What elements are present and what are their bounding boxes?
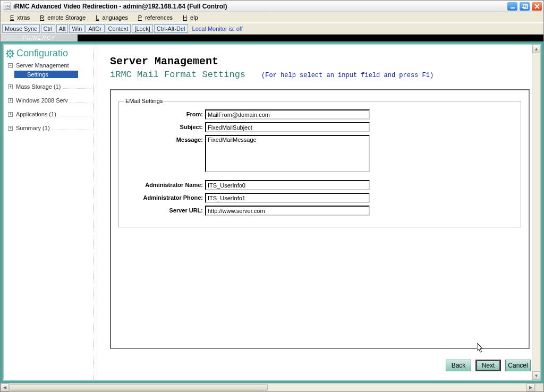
svg-point-6 [9,53,11,55]
row-message: Message: FixedMailMessage [124,135,510,172]
row-from: From: [124,109,510,120]
tree-label: Applications (1) [16,111,56,117]
svg-rect-2 [523,5,528,8]
svg-line-13 [12,50,13,52]
page-subheading: iRMC Mail Format Settings (For help sele… [110,70,530,80]
scroll-corner [535,384,543,391]
maximize-button[interactable] [519,2,530,11]
wizard-buttons: Back Next Cancel [446,360,531,371]
svg-line-14 [7,55,8,56]
next-button[interactable]: Next [475,360,501,371]
subject-input[interactable] [205,122,370,132]
tree-mass-storage[interactable]: + Mass Storage (1) [6,82,91,91]
tree-server-management[interactable]: − Server Management [6,61,91,70]
tool-ctrl-alt-del[interactable]: Ctrl-Alt-Del [154,24,188,33]
expand-icon[interactable]: + [8,84,13,89]
message-input[interactable]: FixedMailMessage [205,135,370,172]
tree-dots [70,99,91,103]
tool-context[interactable]: Context [106,24,131,33]
message-label: Message: [124,135,205,143]
tree-label: Summary (1) [16,125,50,131]
tool-win[interactable]: Win [69,24,84,33]
minimize-button[interactable] [507,2,518,11]
expand-icon[interactable]: + [8,126,13,131]
svg-line-12 [12,55,13,56]
menu-remote-storage[interactable]: Remote Storage [33,13,89,22]
close-button[interactable] [531,2,542,11]
tree-settings-selected[interactable]: Settings [14,71,78,78]
admin-name-label: Administrator Name: [124,180,205,188]
from-input[interactable] [205,109,370,120]
tree-summary[interactable]: + Summary (1) [6,124,91,132]
h-scroll-thumb[interactable] [9,384,268,391]
sidebar-title: Configuratio [6,48,91,59]
tree-windows-2008[interactable]: + Windows 2008 Serv [6,96,91,105]
back-button[interactable]: Back [446,360,471,371]
tree-dots [52,126,91,130]
expand-icon[interactable]: + [8,112,13,117]
scroll-up-icon[interactable]: ▲ [532,45,540,53]
from-label: From: [124,109,205,117]
email-settings-fieldset: EMail Settings From: Subject: Message: F… [118,98,521,227]
menubar: Extras Remote Storage Languages Preferen… [1,12,543,23]
tool-mouse-sync[interactable]: Mouse Sync [2,24,40,33]
menu-help[interactable]: Help [176,13,201,22]
h-scroll-track[interactable] [9,384,526,391]
tool-alt[interactable]: Alt [56,24,69,33]
server-url-input[interactable] [205,206,370,216]
cancel-button[interactable]: Cancel [505,360,531,371]
server-url-label: Server URL: [124,206,205,214]
row-subject: Subject: [124,122,510,132]
inner-vertical-scrollbar[interactable]: ▲ ▼ [532,45,540,380]
admin-phone-input[interactable] [205,193,370,203]
expand-icon[interactable]: + [8,98,13,103]
scroll-left-icon[interactable]: ◀ [1,384,9,391]
app-icon: ◳ [4,3,11,10]
form-box: EMail Settings From: Subject: Message: F… [110,89,530,349]
window-buttons [507,2,542,11]
content-inner: Configuratio − Server Management Setting… [3,44,541,381]
tree-dots [58,113,91,116]
tree-dots [63,85,91,89]
row-admin-phone: Administrator Phone: [124,193,510,203]
gear-icon [6,49,14,58]
scroll-right-icon[interactable]: ▶ [526,384,535,391]
menu-preferences[interactable]: Preferences [132,13,176,22]
svg-rect-1 [522,4,526,7]
menu-extras[interactable]: Extras [4,13,33,22]
svg-line-11 [7,50,8,52]
tool-altgr[interactable]: AltGr [86,24,104,33]
page-heading: Server Management [110,55,530,67]
scroll-down-icon[interactable]: ▼ [532,371,540,380]
tree-label: Server Management [16,62,69,69]
tree-label: Windows 2008 Serv [16,97,68,104]
tree-applications[interactable]: + Applications (1) [6,110,91,118]
fieldset-legend: EMail Settings [124,98,164,104]
subheading-text: iRMC Mail Format Settings [110,70,245,80]
subject-label: Subject: [124,122,205,130]
admin-phone-label: Administrator Phone: [124,193,205,201]
sidebar-title-text: Configuratio [16,48,68,59]
tool-ctrl[interactable]: Ctrl [41,24,55,33]
main-panel: Server Management iRMC Mail Format Setti… [94,45,540,380]
row-server-url: Server URL: [124,206,510,216]
local-monitor-status: Local Monitor is: off [192,25,243,32]
primergy-logo: PRIMERGY [1,35,78,41]
toolbar: Mouse Sync Ctrl Alt Win AltGr Context [L… [1,23,543,35]
outer-horizontal-scrollbar[interactable]: ◀ ▶ [1,383,543,391]
admin-name-input[interactable] [205,180,370,190]
app-window: ◳ iRMC Advanced Video Redirection - admi… [0,0,544,392]
collapse-icon[interactable]: − [8,63,13,68]
window-title: iRMC Advanced Video Redirection - admin@… [13,3,507,10]
tool-lock[interactable]: [Lock] [132,24,152,33]
svg-rect-0 [511,7,515,8]
row-admin-name: Administrator Name: [124,180,510,190]
sidebar: Configuratio − Server Management Setting… [4,45,94,380]
primergy-strip: PRIMERGY [1,35,543,41]
content-wrap: Configuratio − Server Management Setting… [1,41,543,383]
scroll-track[interactable] [532,53,540,371]
tree-label: Mass Storage (1) [16,83,61,90]
menu-languages[interactable]: Languages [89,13,131,22]
titlebar: ◳ iRMC Advanced Video Redirection - admi… [1,1,543,12]
help-hint: (For help select an input field and pres… [261,72,434,79]
